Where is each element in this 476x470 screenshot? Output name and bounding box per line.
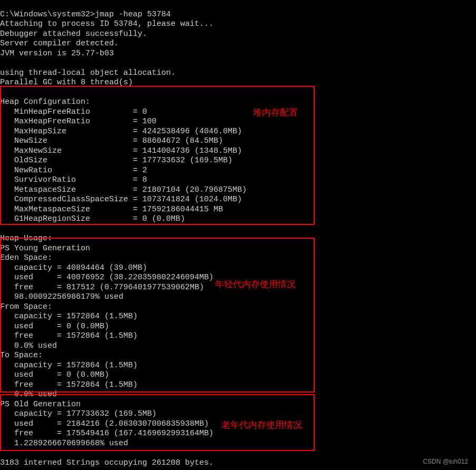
output-line: SurvivorRatio = 8 [0,175,147,184]
watermark: CSDN @iuh012 [423,457,468,467]
output-line: 0.0% used [0,341,57,350]
output-line: using thread-local object allocation. [0,68,176,77]
output-line: MaxNewSize = 1414004736 (1348.5MB) [0,146,242,155]
output-line: NewRatio = 2 [0,166,147,175]
output-line: used = 2184216 (2.0830307006835938MB) [0,419,209,428]
output-line: MaxHeapFreeRatio = 100 [0,117,157,126]
output-line: Parallel GC with 8 thread(s) [0,78,133,87]
output-line: free = 175549416 (167.4169692993164MB) [0,429,213,438]
output-line: MaxHeapSize = 4242538496 (4046.0MB) [0,127,242,136]
output-line: Server compiler detected. [0,39,119,48]
output-line: From Space: [0,302,52,311]
output-line: capacity = 177733632 (169.5MB) [0,409,157,418]
output-line: OldSize = 177733632 (169.5MB) [0,156,232,165]
young-gen-annotation: 年轻代内存使用情况 [215,280,296,290]
output-line: 0.0% used [0,390,57,399]
output-line: used = 0 (0.0MB) [0,322,109,331]
output-line: capacity = 1572864 (1.5MB) [0,312,138,321]
old-gen-annotation: 老年代内存使用情况 [221,420,302,430]
output-line: capacity = 1572864 (1.5MB) [0,361,138,370]
output-line: free = 817512 (0.7796401977539062MB) [0,283,204,292]
output-line: Debugger attached successfully. [0,30,147,38]
heap-config-annotation: 堆内存配置 [253,108,298,118]
prompt: C:\Windows\system32> [0,10,95,19]
command: jmap -heap 53784 [95,10,171,19]
output-line: free = 1572864 (1.5MB) [0,380,138,389]
output-line: Heap Configuration: [0,97,90,106]
output-line: JVM version is 25.77-b03 [0,49,114,58]
output-line: G1HeapRegionSize = 0 (0.0MB) [0,214,185,223]
output-line: capacity = 40894464 (39.0MB) [0,263,147,272]
output-line: Eden Space: [0,253,52,262]
output-line: CompressedClassSpaceSize = 1073741824 (1… [0,195,242,204]
output-line: free = 1572864 (1.5MB) [0,331,138,340]
terminal-output: C:\Windows\system32>jmap -heap 53784 Att… [0,0,476,468]
output-line: 3183 interned Strings occupying 261208 b… [0,458,213,467]
output-line: Heap Usage: [0,234,52,243]
output-line: PS Old Generation [0,400,81,409]
output-line: 1.2289266670699668% used [0,439,128,448]
output-line: Attaching to process ID 53784, please wa… [0,19,213,28]
output-line: used = 40076952 (38.220359802246094MB) [0,273,213,282]
output-line: NewSize = 88604672 (84.5MB) [0,136,223,145]
output-line: PS Young Generation [0,244,90,253]
output-line: To Space: [0,351,43,360]
output-line: MaxMetaspaceSize = 17592186044415 MB [0,205,223,214]
output-line: used = 0 (0.0MB) [0,370,109,379]
output-line: MetaspaceSize = 21807104 (20.796875MB) [0,185,247,194]
output-line: 98.00092256986179% used [0,292,123,301]
output-line: MinHeapFreeRatio = 0 [0,107,147,116]
